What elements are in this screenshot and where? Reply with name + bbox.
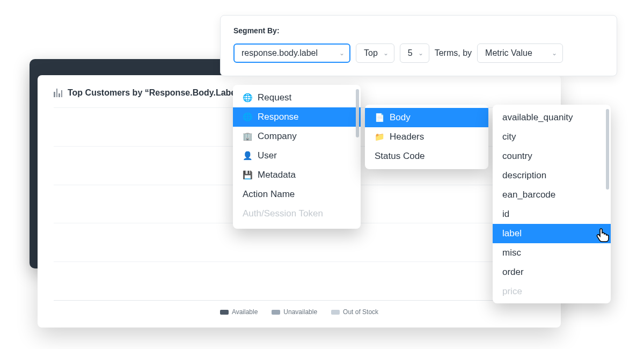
- legend-item-out-of-stock: Out of Stock: [331, 308, 378, 316]
- user-icon: 👤: [243, 151, 252, 161]
- field-root-dropdown[interactable]: 🌐Request🌐Response🏢Company👤User💾MetadataA…: [233, 85, 361, 229]
- option-label: Metadata: [258, 170, 296, 180]
- option-label: Action Name: [243, 189, 295, 200]
- dropdown-option[interactable]: 📁Headers: [365, 127, 488, 147]
- segment-metric-value: Metric Value: [485, 48, 532, 58]
- dropdown-option[interactable]: 📄Body: [365, 108, 488, 127]
- option-label: description: [502, 170, 546, 181]
- segment-field-value: response.body.label: [241, 48, 318, 58]
- chevron-down-icon: ⌄: [383, 49, 389, 57]
- option-label: Company: [258, 131, 297, 142]
- option-label: order: [502, 267, 524, 278]
- legend-label: Unavailable: [283, 308, 317, 316]
- option-label: Status Code: [375, 151, 425, 162]
- dropdown-option[interactable]: 🌐Request: [233, 88, 361, 107]
- dropdown-option[interactable]: city: [493, 127, 611, 147]
- option-label: country: [502, 151, 532, 162]
- save-icon: 💾: [243, 170, 252, 180]
- dropdown-option[interactable]: Action Name: [233, 185, 361, 204]
- option-label: available_quanity: [502, 112, 573, 123]
- option-label: Auth/Session Token: [243, 208, 323, 219]
- option-label: User: [258, 150, 277, 161]
- dropdown-scroll[interactable]: available_quanitycitycountrydescriptione…: [493, 105, 611, 303]
- option-label: id: [502, 209, 509, 220]
- dropdown-option[interactable]: Status Code: [365, 147, 488, 166]
- dropdown-option[interactable]: price: [493, 282, 611, 301]
- dropdown-list: 📄Body📁HeadersStatus Code: [365, 108, 488, 166]
- dropdown-option[interactable]: ean_barcode: [493, 185, 611, 205]
- option-label: Request: [258, 92, 291, 103]
- dropdown-option[interactable]: available_quanity: [493, 108, 611, 127]
- field-sub-dropdown[interactable]: 📄Body📁HeadersStatus Code: [365, 105, 488, 169]
- field-leaf-dropdown[interactable]: available_quanitycitycountrydescriptione…: [493, 105, 611, 303]
- dropdown-option[interactable]: 💾Metadata: [233, 165, 361, 185]
- segment-by-panel: Segment By: response.body.label ⌄ Top ⌄ …: [220, 15, 617, 76]
- terms-by-text: Terms, by: [435, 48, 472, 58]
- option-label: ean_barcode: [502, 190, 555, 200]
- option-label: label: [502, 228, 522, 239]
- dropdown-option[interactable]: label: [493, 224, 611, 243]
- dropdown-option[interactable]: country: [493, 147, 611, 166]
- chevron-down-icon: ⌄: [552, 49, 557, 57]
- dropdown-option[interactable]: Auth/Session Token: [233, 204, 361, 223]
- option-label: misc: [502, 248, 521, 258]
- option-label: price: [502, 286, 522, 297]
- segment-by-label: Segment By:: [233, 26, 604, 35]
- segment-metric-select[interactable]: Metric Value ⌄: [477, 43, 563, 63]
- chevron-down-icon: ⌄: [339, 49, 345, 57]
- option-label: Body: [390, 112, 411, 123]
- dropdown-option[interactable]: order: [493, 263, 611, 282]
- dropdown-option[interactable]: 🏢Company: [233, 127, 361, 146]
- scrollbar-thumb[interactable]: [356, 89, 359, 137]
- legend-item-unavailable: Unavailable: [272, 308, 317, 316]
- swatch-unavailable: [272, 310, 280, 315]
- chart-title: Top Customers by “Response.Body.Label”: [68, 88, 243, 98]
- legend-label: Available: [232, 308, 258, 316]
- swatch-out-of-stock: [331, 310, 340, 315]
- legend-label: Out of Stock: [343, 308, 378, 316]
- dropdown-option[interactable]: description: [493, 166, 611, 185]
- dropdown-option[interactable]: 🌐Response: [233, 107, 361, 127]
- segment-count-select[interactable]: 5 ⌄: [400, 43, 429, 63]
- dropdown-option[interactable]: 👤User: [233, 146, 361, 165]
- option-label: Response: [258, 112, 299, 122]
- segment-field-select[interactable]: response.body.label ⌄: [233, 43, 350, 63]
- dropdown-scroll[interactable]: 🌐Request🌐Response🏢Company👤User💾MetadataA…: [233, 85, 361, 227]
- segment-order-select[interactable]: Top ⌄: [356, 43, 394, 63]
- globe-icon: 🌐: [243, 112, 252, 122]
- segment-count-value: 5: [408, 48, 413, 58]
- swatch-available: [220, 310, 229, 315]
- legend-item-available: Available: [220, 308, 258, 316]
- segment-by-controls: response.body.label ⌄ Top ⌄ 5 ⌄ Terms, b…: [233, 43, 604, 63]
- option-label: Headers: [390, 132, 424, 142]
- segment-order-value: Top: [364, 48, 378, 58]
- chevron-down-icon: ⌄: [418, 49, 423, 57]
- folder-icon: 📁: [375, 132, 384, 142]
- dropdown-option[interactable]: id: [493, 205, 611, 224]
- scrollbar-thumb[interactable]: [606, 109, 609, 190]
- bar-chart-icon: [54, 89, 62, 97]
- option-label: city: [502, 132, 516, 142]
- building-icon: 🏢: [243, 132, 252, 141]
- globe-icon: 🌐: [243, 93, 252, 103]
- dropdown-option[interactable]: misc: [493, 243, 611, 263]
- chart-legend: Available Unavailable Out of Stock: [54, 308, 545, 316]
- file-icon: 📄: [375, 113, 384, 122]
